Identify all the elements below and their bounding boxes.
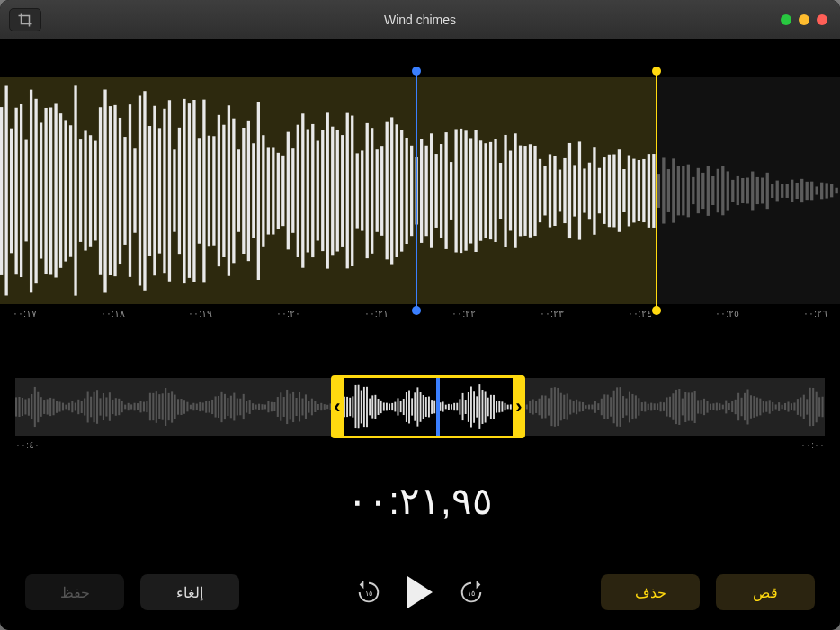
svg-rect-12 <box>59 113 62 268</box>
svg-rect-21 <box>103 90 106 292</box>
svg-rect-43 <box>212 136 215 245</box>
svg-rect-223 <box>180 399 182 415</box>
selection-end-handle[interactable] <box>656 70 657 311</box>
svg-rect-426 <box>812 388 814 426</box>
svg-rect-415 <box>778 402 780 411</box>
svg-rect-237 <box>224 394 226 419</box>
svg-rect-238 <box>227 398 228 416</box>
skip-back-15-icon: ١٥ <box>355 579 382 606</box>
svg-rect-445 <box>386 403 388 411</box>
svg-rect-48 <box>237 149 240 232</box>
svg-rect-47 <box>232 119 235 264</box>
svg-rect-362 <box>613 391 615 424</box>
waveform-main[interactable] <box>0 77 840 304</box>
svg-rect-170 <box>15 397 17 416</box>
svg-rect-144 <box>711 176 714 205</box>
svg-rect-138 <box>682 166 684 216</box>
svg-rect-414 <box>775 404 777 409</box>
svg-rect-108 <box>533 146 536 236</box>
svg-rect-411 <box>765 401 767 411</box>
maximize-button[interactable] <box>781 14 791 25</box>
svg-rect-355 <box>591 405 593 410</box>
svg-rect-371 <box>641 402 643 411</box>
svg-rect-13 <box>64 120 67 261</box>
svg-rect-257 <box>286 390 288 424</box>
cut-button[interactable]: قص <box>716 574 815 610</box>
svg-rect-418 <box>787 401 789 411</box>
svg-rect-352 <box>582 402 584 411</box>
time-tick: ٠٠:١٩ <box>188 308 212 328</box>
delete-button[interactable]: حذف <box>601 574 700 610</box>
svg-rect-179 <box>43 400 45 414</box>
svg-rect-71 <box>351 116 353 266</box>
overview-start-time: ٠٠:٠٠ <box>800 439 825 451</box>
svg-rect-143 <box>707 166 710 216</box>
skip-forward-button[interactable]: ١٥ <box>458 579 485 606</box>
svg-rect-130 <box>642 159 645 222</box>
playhead[interactable] <box>416 70 417 311</box>
trim-handle-right[interactable]: › <box>513 378 525 436</box>
svg-rect-467 <box>448 404 450 410</box>
svg-rect-451 <box>403 399 405 415</box>
svg-rect-219 <box>168 393 170 420</box>
svg-rect-253 <box>273 402 275 411</box>
svg-rect-195 <box>94 392 95 422</box>
svg-rect-101 <box>499 163 502 219</box>
waveform-bars <box>0 77 840 304</box>
svg-rect-110 <box>543 166 546 216</box>
play-button[interactable] <box>407 576 433 608</box>
svg-rect-440 <box>371 395 373 418</box>
svg-rect-476 <box>473 391 475 423</box>
overview-playhead[interactable] <box>436 378 440 436</box>
svg-rect-441 <box>374 395 376 418</box>
svg-rect-103 <box>509 151 512 231</box>
overview-time-labels: ٠٠:٤٠ ٠٠:٠٠ <box>15 439 825 451</box>
trim-region[interactable]: ‹ › <box>331 375 525 438</box>
svg-rect-140 <box>692 177 694 204</box>
svg-rect-460 <box>428 397 430 418</box>
svg-rect-206 <box>128 403 130 410</box>
waveform-overview[interactable]: ‹ › <box>15 378 825 436</box>
svg-rect-161 <box>796 183 799 199</box>
svg-rect-172 <box>22 398 23 416</box>
svg-rect-216 <box>158 394 160 419</box>
trim-handle-left[interactable]: ‹ <box>331 378 344 436</box>
svg-rect-267 <box>317 404 319 410</box>
svg-rect-70 <box>346 113 349 269</box>
svg-rect-457 <box>420 392 422 422</box>
svg-rect-187 <box>68 403 70 411</box>
svg-rect-466 <box>445 405 447 410</box>
svg-rect-232 <box>209 400 210 412</box>
minimize-button[interactable] <box>799 14 809 25</box>
svg-rect-379 <box>666 397 667 416</box>
svg-rect-120 <box>593 147 595 235</box>
svg-rect-207 <box>130 404 132 409</box>
cancel-button[interactable]: إلغاء <box>140 574 239 610</box>
svg-rect-336 <box>532 399 534 414</box>
svg-rect-81 <box>400 130 403 251</box>
skip-back-button[interactable]: ١٥ <box>355 579 382 606</box>
svg-rect-19 <box>94 141 96 241</box>
svg-rect-435 <box>358 385 360 429</box>
svg-rect-77 <box>380 146 383 236</box>
svg-rect-64 <box>317 141 319 241</box>
svg-rect-483 <box>493 395 495 418</box>
svg-rect-245 <box>249 400 251 414</box>
svg-rect-65 <box>321 130 324 251</box>
svg-rect-29 <box>143 91 146 291</box>
svg-rect-368 <box>631 394 633 419</box>
svg-rect-61 <box>301 113 304 267</box>
close-button[interactable] <box>817 14 827 25</box>
svg-rect-383 <box>678 389 680 425</box>
svg-rect-141 <box>697 168 700 213</box>
svg-rect-98 <box>484 143 487 238</box>
svg-rect-155 <box>766 173 769 209</box>
svg-rect-433 <box>352 396 353 417</box>
svg-rect-446 <box>389 403 390 410</box>
svg-rect-163 <box>806 182 809 200</box>
svg-rect-17 <box>84 130 86 250</box>
svg-rect-190 <box>77 400 79 414</box>
svg-rect-184 <box>58 401 60 411</box>
svg-rect-20 <box>99 107 102 274</box>
svg-rect-459 <box>425 397 427 417</box>
